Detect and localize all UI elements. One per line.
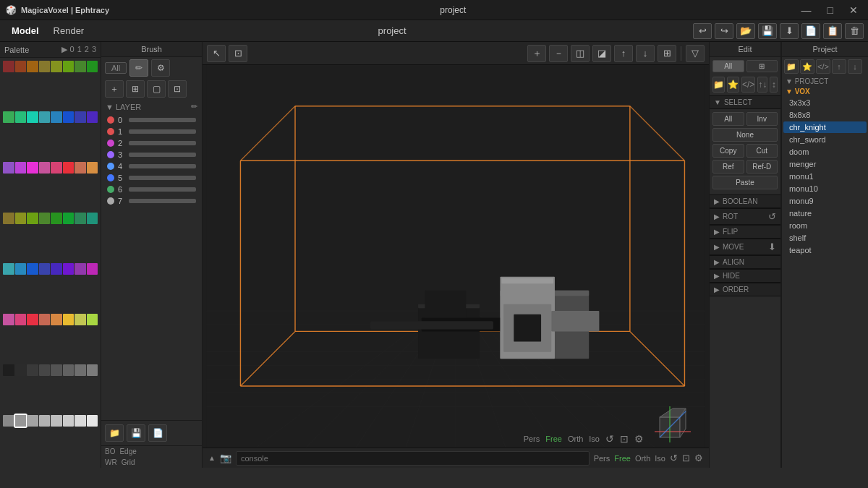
layer-edit-icon[interactable]: ✏ [191,102,197,111]
palette-cell-14[interactable] [75,111,86,123]
order-section-header[interactable]: ▶ ORDER [710,283,780,296]
palette-cell-51[interactable] [39,364,51,376]
palette-tab-1[interactable]: 1 [77,45,82,54]
layer-item-4[interactable]: 4 [106,160,197,172]
palette-grid[interactable] [0,58,101,468]
project-item-teapot[interactable]: teapot [783,244,867,256]
edit-filter-expand[interactable]: ⊞ [746,60,778,72]
layer-item-5[interactable]: 5 [106,172,197,184]
layer-item-3[interactable]: 3 [106,149,197,160]
copy-doc-button[interactable]: 📋 [823,23,842,39]
layer-item-1[interactable]: 1 [106,126,197,137]
mode-iso-bottom[interactable]: Iso [655,454,665,463]
settings-view-icon[interactable]: ⚙ [634,433,644,445]
palette-cell-9[interactable] [15,111,27,123]
palette-cell-35[interactable] [39,263,51,275]
palette-cell-57[interactable] [15,415,27,427]
palette-cell-29[interactable] [63,213,75,224]
palette-cell-10[interactable] [27,111,38,123]
view-down-btn[interactable]: ↓ [636,45,655,62]
save-button[interactable]: 💾 [758,23,777,39]
palette-cell-48[interactable] [3,364,14,376]
palette-cell-53[interactable] [63,364,75,376]
palette-cell-12[interactable] [51,111,62,123]
palette-cell-56[interactable] [3,415,14,427]
redo-button[interactable]: ↪ [715,23,733,39]
proj-star-icon[interactable]: ⭐ [800,59,814,74]
edit-star-icon[interactable]: ⭐ [727,77,739,93]
file-icon[interactable]: 📄 [148,424,167,442]
rot-section-header[interactable]: ▶ ROT ↺ [710,208,780,225]
edit-filter-all[interactable]: All [712,60,744,72]
proj-folder-icon[interactable]: 📁 [784,59,799,74]
edit-expand-icon[interactable]: ↕ [770,77,778,93]
palette-cell-11[interactable] [39,111,51,123]
palette-cell-20[interactable] [51,162,62,174]
camera-capture-icon[interactable]: 📷 [220,453,231,463]
palette-cell-8[interactable] [3,111,14,123]
palette-tab-3[interactable]: 3 [92,45,96,54]
select-cut-btn[interactable]: Cut [746,144,778,158]
save-small-icon[interactable]: 💾 [127,424,145,442]
edge-label[interactable]: Edge [119,448,136,455]
mode-orth-bottom[interactable]: Orth [635,454,650,463]
select-tool-btn[interactable]: ↖ [207,45,226,62]
camera-icon[interactable]: ⊡ [620,433,629,445]
proj-code-icon[interactable]: </> [816,59,830,74]
proj-sort-desc-icon[interactable]: ↓ [848,59,862,74]
export-button[interactable]: ⬇ [780,23,799,39]
palette-cell-15[interactable] [87,111,98,123]
palette-cell-22[interactable] [75,162,86,174]
brush-all-btn[interactable]: All [105,62,127,74]
titlebar-controls[interactable]: — □ ✕ [797,3,862,17]
palette-cell-32[interactable] [3,263,14,275]
project-section-vox[interactable]: ▼ VOX [782,87,868,96]
mode-free[interactable]: Free [545,435,562,443]
palette-tab-arrow[interactable]: ▶ [61,45,67,54]
palette-cell-30[interactable] [75,213,86,224]
palette-tab-0[interactable]: 0 [70,45,75,54]
select-none-btn[interactable]: None [712,128,778,142]
view-btn-1[interactable]: ◫ [571,45,590,62]
palette-cell-59[interactable] [39,415,51,427]
palette-cell-0[interactable] [3,61,14,72]
palette-tab-2[interactable]: 2 [85,45,89,54]
brush-select-btn[interactable]: ▢ [147,80,166,98]
layer-item-0[interactable]: 0 [106,114,197,126]
palette-cell-46[interactable] [75,314,86,325]
palette-cell-62[interactable] [75,415,86,427]
palette-cell-23[interactable] [87,162,98,174]
mode-iso[interactable]: Iso [589,435,600,443]
brush-settings-btn[interactable]: ⚙ [151,59,170,77]
rot-reset-icon[interactable]: ↺ [768,211,776,222]
palette-cell-33[interactable] [15,263,27,275]
select-paste-btn[interactable]: Paste [712,176,778,189]
palette-cell-6[interactable] [75,61,86,72]
palette-cell-42[interactable] [27,314,38,325]
view-fit-btn[interactable]: ⊞ [658,45,676,62]
mode-free-bottom[interactable]: Free [614,454,631,463]
palette-cell-52[interactable] [51,364,62,376]
mode-pers[interactable]: Pers [524,435,540,443]
maximize-button[interactable]: □ [823,3,838,17]
import-button[interactable]: 📄 [801,23,820,39]
select-section-header[interactable]: ▼ SELECT [710,95,780,109]
grid-label[interactable]: Grid [122,458,135,466]
select-copy-btn[interactable]: Copy [712,144,744,158]
layer-item-2[interactable]: 2 [106,137,197,149]
view-up-btn[interactable]: ↑ [614,45,633,62]
view-settings-icon[interactable]: ⚙ [694,453,703,463]
minimize-button[interactable]: — [797,3,816,17]
save-view-icon[interactable]: ⊡ [682,453,690,463]
delete-button[interactable]: 🗑 [845,23,864,39]
project-item-monu1[interactable]: monu1 [783,171,867,182]
palette-cell-58[interactable] [27,415,38,427]
palette-cell-5[interactable] [63,61,75,72]
brush-grid-btn[interactable]: ⊞ [126,80,145,98]
project-item-chr-sword[interactable]: chr_sword [783,134,867,145]
edit-folder-icon[interactable]: 📁 [712,77,725,93]
palette-cell-45[interactable] [63,314,75,325]
palette-cell-2[interactable] [27,61,38,72]
proj-sort-asc-icon[interactable]: ↑ [832,59,846,74]
palette-cell-60[interactable] [51,415,62,427]
